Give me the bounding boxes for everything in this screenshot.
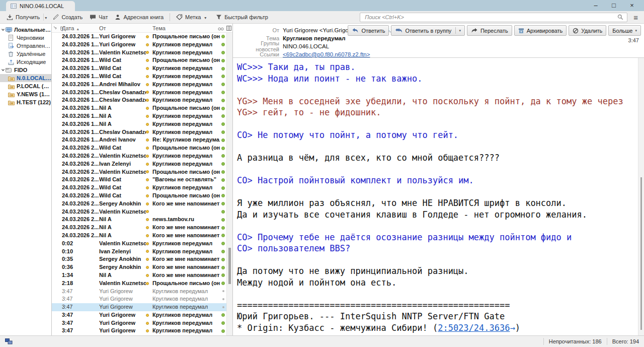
message-row[interactable]: 24.03.2026 1...Wild CatКругликов передум…	[52, 64, 226, 73]
close-button[interactable]: ×	[623, 0, 641, 11]
message-row[interactable]: 24.03.2026 2...Nil AКого же мне напомина…	[52, 232, 226, 240]
message-row[interactable]: 24.03.2026 2...Sergey AnokhinКого же мне…	[52, 200, 226, 208]
message-row[interactable]: 24.03.2026 1...Cheslav OsanadzeКругликов…	[52, 96, 226, 104]
unread-column-cell[interactable]	[220, 107, 226, 110]
unread-column-cell[interactable]	[220, 122, 226, 126]
unread-column-cell[interactable]	[220, 99, 226, 102]
get-messages-button[interactable]: Получить	[3, 13, 43, 22]
message-row[interactable]: 24.03.2026 2...Nil Anews.tambov.ru	[52, 216, 226, 224]
unread-column-cell[interactable]	[220, 313, 226, 317]
unread-column-cell[interactable]	[220, 91, 226, 94]
unread-column-cell[interactable]	[220, 43, 226, 46]
message-row[interactable]: 24.03.2026 2...Wild CatПрощальное письмо…	[52, 144, 226, 152]
unread-column-cell[interactable]	[220, 218, 226, 222]
thread-column-icon[interactable]	[53, 26, 58, 32]
unread-column-cell[interactable]	[220, 67, 226, 71]
unread-column-cell[interactable]	[220, 114, 226, 118]
unread-column-cell[interactable]	[220, 51, 226, 54]
chevron-down-icon[interactable]: ▾	[459, 29, 461, 33]
unread-column-cell[interactable]	[220, 130, 226, 134]
unread-column-cell[interactable]	[220, 258, 226, 261]
scrollbar-thumb[interactable]	[228, 248, 231, 284]
unread-column-cell[interactable]	[220, 202, 226, 205]
folder-tab[interactable]: NINO.046.LOCAL	[6, 1, 75, 11]
write-button[interactable]: Создать	[49, 13, 86, 22]
unread-column-cell[interactable]	[220, 147, 226, 150]
chat-button[interactable]: Чат	[86, 13, 111, 22]
unread-column-cell[interactable]	[220, 250, 226, 253]
unread-column-cell[interactable]	[220, 194, 226, 197]
folder-item-drafts[interactable]: Черновики	[0, 34, 51, 42]
message-row[interactable]: 2:18Valentin KuznetsovПрощальное письмо …	[52, 280, 226, 288]
message-row[interactable]: 0:10Ivan ZelenyiКругликов передумал	[52, 248, 226, 256]
message-row[interactable]: 3:47Yuri GrigorewКругликов передумал	[52, 327, 226, 335]
message-row[interactable]: 24.03.2026 2...Valentin KuznetsovКруглик…	[52, 152, 226, 160]
search-input[interactable]	[364, 14, 614, 21]
message-row[interactable]: 24.03.2026 2...Valentin Kuznetsov	[52, 208, 226, 216]
reply-button[interactable]: Ответить	[348, 25, 389, 36]
unread-column-cell[interactable]	[220, 290, 226, 292]
folder-item-ynews[interactable]: Y.NEWS (142)	[0, 90, 51, 98]
unread-column-cell[interactable]	[220, 178, 226, 182]
get-messages-dropdown[interactable]: ▾	[44, 15, 49, 20]
reply-group-button[interactable]: Ответить в группу ▾	[391, 25, 464, 36]
message-row[interactable]: 3:47Yuri GrigorewКругликов передумал	[52, 303, 226, 311]
message-row[interactable]: 24.03.2026 2...Valentin KuznetsovПрощаль…	[52, 168, 226, 176]
unread-column-cell[interactable]	[220, 242, 226, 245]
unread-column-cell[interactable]	[220, 75, 226, 78]
message-row[interactable]: 24.03.2026 1...Valentin KuznetsovКруглик…	[52, 49, 226, 57]
expand-chevron-icon[interactable]	[1, 28, 6, 32]
delete-button[interactable]: Удалить	[569, 25, 606, 36]
unread-column-cell[interactable]	[220, 186, 226, 190]
unread-column-cell[interactable]	[220, 59, 226, 62]
unread-column-cell[interactable]	[220, 306, 226, 308]
message-row[interactable]: 24.03.2026 1...Yuri GrigorewКругликов пе…	[52, 41, 226, 49]
folder-item-plocal[interactable]: P.LOCAL (87)	[0, 82, 51, 90]
folder-item-local-folders[interactable]: Локальные папки	[0, 26, 51, 34]
unread-column-cell[interactable]	[220, 162, 226, 166]
references-link[interactable]: <69c2adbc@p0.f80.n6078.z2.ftn>	[283, 51, 370, 57]
column-header-date[interactable]: Дата▲	[62, 25, 99, 31]
message-row[interactable]: 24.03.2026 1...Nil AКругликов передумал	[52, 112, 226, 120]
message-row[interactable]: 1:34Nil AКого же мне напоминает ChatG...	[52, 271, 226, 280]
unread-column-cell[interactable]	[220, 170, 226, 174]
message-row[interactable]: 24.03.2026 2...Ivan ZelenyiКругликов пер…	[52, 160, 226, 168]
message-row[interactable]: 24.03.2026 2...Nil AКого же мне напомина…	[52, 224, 226, 232]
archive-button[interactable]: Архивировать	[514, 25, 567, 36]
unread-column-cell[interactable]	[220, 154, 226, 158]
message-row[interactable]: 3:47Yuri GrigorewКругликов передумал	[52, 311, 226, 319]
forward-button[interactable]: Переслать	[467, 25, 512, 36]
message-row[interactable]: 0:36Sergey AnokhinКого же мне напоминает…	[52, 263, 226, 271]
more-button[interactable]: Больше ▾	[608, 25, 641, 36]
maximize-button[interactable]: □	[605, 0, 623, 11]
message-row[interactable]: 24.03.2026 1...Nil AКругликов передумал	[52, 120, 226, 128]
message-row[interactable]: 24.03.2026 1...Andrei MihailovКругликов …	[52, 81, 226, 89]
message-row[interactable]: 3:47Yuri GrigorewКругликов передумал	[52, 295, 226, 303]
unread-column-cell[interactable]	[220, 282, 226, 285]
folder-item-outbox[interactable]: Исходящие	[0, 58, 51, 66]
message-scrollbar[interactable]	[638, 58, 644, 335]
message-row[interactable]: 24.03.2026 1...Wild CatКругликов передум…	[52, 73, 226, 81]
scrollbar-thumb[interactable]	[640, 177, 642, 330]
folder-item-fido[interactable]: FIDO	[0, 66, 51, 74]
column-picker-icon[interactable]	[226, 26, 231, 32]
unread-column-cell[interactable]	[220, 138, 226, 142]
message-row[interactable]: 3:47Yuri GrigorewКругликов передумал	[52, 288, 226, 296]
unread-column-cell[interactable]	[220, 329, 226, 333]
unread-column-cell[interactable]	[220, 321, 226, 325]
message-row[interactable]: 3:47Yuri GrigorewКругликов передумал	[52, 319, 226, 327]
unread-column-cell[interactable]	[220, 83, 226, 86]
message-row[interactable]: 0:02Valentin KuznetsovКругликов передума…	[52, 240, 226, 248]
folder-item-htest[interactable]: H.TEST (122)	[0, 98, 51, 106]
unread-column-cell[interactable]	[220, 298, 226, 300]
unread-column-cell[interactable]	[220, 35, 226, 38]
message-row[interactable]: 24.03.2026 1...Cheslav OsanadzeКругликов…	[52, 89, 226, 97]
minimize-button[interactable]: –	[587, 0, 605, 11]
message-list-scrollbar[interactable]	[226, 33, 232, 335]
quick-filter-button[interactable]: Быстрый фильтр	[212, 13, 272, 22]
unread-column-cell[interactable]	[220, 266, 226, 269]
unread-column-cell[interactable]	[220, 273, 226, 277]
app-menu-button[interactable]: ≡	[627, 13, 641, 22]
message-row[interactable]: 24.03.2026 1...Nil AПрощальное письмо (о…	[52, 104, 226, 112]
message-row[interactable]: 0:35Sergey AnokhinКого же мне напоминает…	[52, 255, 226, 263]
